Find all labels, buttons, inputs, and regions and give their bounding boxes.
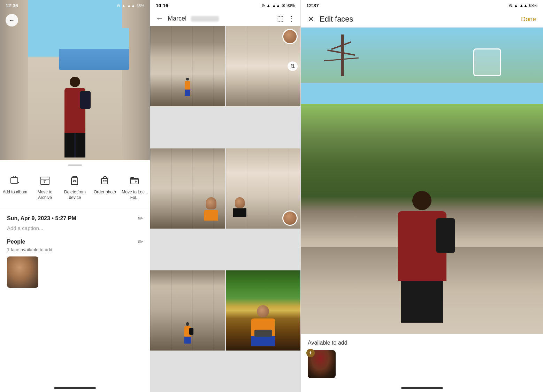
edit-people-icon[interactable]: ✏ <box>138 238 143 246</box>
order-photo-icon <box>99 174 111 187</box>
people-subtitle: 1 face available to add <box>7 247 143 252</box>
battery-icon-2: 93% <box>286 3 295 8</box>
delete-from-device-icon <box>69 174 81 187</box>
person-head <box>70 77 80 87</box>
peeping-body-4 <box>233 208 246 217</box>
main-photo[interactable]: ← <box>0 0 150 160</box>
close-button-3[interactable]: ✕ <box>308 15 314 24</box>
figure-body-1 <box>185 81 190 90</box>
back-button[interactable]: ← <box>6 14 18 26</box>
figure-legs-1 <box>185 90 190 96</box>
move-to-local-label: Move to Loc... Fol... <box>121 190 148 200</box>
stone-column-right <box>122 0 150 160</box>
photo-date: Sun, Apr 9, 2023 • 5:27 PM <box>7 215 76 222</box>
grid-photo-3[interactable] <box>150 148 225 229</box>
wifi-icon-2: ▲ <box>266 3 270 8</box>
signal-icon-2: ▲▲ <box>272 3 280 8</box>
peeping-body-3 <box>204 210 218 221</box>
svg-rect-17 <box>131 178 138 184</box>
face-badge-2 <box>282 29 298 44</box>
svg-point-15 <box>103 180 105 182</box>
face-inner-content <box>7 256 38 288</box>
info-section: Sun, Apr 9, 2023 • 5:27 PM ✏ Add a capti… <box>0 209 150 293</box>
title-blurred-text <box>191 16 219 22</box>
delete-from-device-button[interactable]: Delete from device <box>60 171 90 203</box>
person-silhouette <box>63 77 87 153</box>
seated-body-6 <box>251 318 275 336</box>
people-section: People ✏ 1 face available to add <box>7 238 143 288</box>
grid-photo-4[interactable] <box>226 148 301 229</box>
branch-3 <box>324 57 359 62</box>
grid-photo-6[interactable] <box>226 270 301 351</box>
tree-area <box>311 34 374 97</box>
people-header: People ✏ <box>7 238 143 246</box>
status-bar-3: 12:37 ⊖ ▲ ▲▲ 68% <box>301 0 543 11</box>
status-time-2: 10:16 <box>156 3 168 8</box>
action-row: Add to album Move to Archive <box>0 169 150 209</box>
delete-from-device-label: Delete from device <box>61 190 89 200</box>
status-icons-1: ⊖ ▲ ▲▲ 68% <box>117 3 144 8</box>
signal-icon-1: ▲▲ <box>127 3 135 8</box>
do-not-disturb-icon-3: ⊖ <box>509 3 512 8</box>
status-time-1: 12:36 <box>6 3 18 8</box>
people-title: People <box>7 239 25 245</box>
peeping-person-3 <box>201 197 222 222</box>
p3-body <box>398 211 446 281</box>
panel2-album-grid: 10:16 ⊖ ▲ ▲▲ ✉ 93% ← Marcel ⬚ ⋮ <box>150 0 300 392</box>
p3-backpack <box>436 218 455 253</box>
do-not-disturb-icon-2: ⊖ <box>261 3 265 8</box>
caption-placeholder[interactable]: Add a caption... <box>7 225 143 231</box>
sea-background <box>59 28 129 70</box>
move-to-archive-button[interactable]: Move to Archive <box>30 171 60 203</box>
svg-rect-14 <box>101 178 108 184</box>
move-to-archive-label: Move to Archive <box>31 190 59 200</box>
seated-person-6 <box>249 305 277 340</box>
signal-icon-3: ▲▲ <box>519 3 528 8</box>
person-figure-5 <box>184 322 191 344</box>
home-indicator-1 <box>54 387 96 389</box>
figure-head-1 <box>186 78 189 80</box>
panel3-edit-faces: 12:37 ⊖ ▲ ▲▲ 68% ✕ Edit faces Done <box>300 0 543 392</box>
add-face-item[interactable]: + <box>308 350 536 378</box>
drag-handle[interactable] <box>68 164 82 166</box>
add-to-album-label: Add to album <box>3 190 28 195</box>
cast-icon[interactable]: ⬚ <box>277 14 284 23</box>
svg-rect-0 <box>11 178 18 183</box>
edit-faces-title: Edit faces <box>320 15 515 24</box>
status-bar-1: 12:36 ⊖ ▲ ▲▲ 68% <box>0 0 150 11</box>
seated-legs-6 <box>251 336 275 346</box>
branch-2 <box>327 49 355 56</box>
person-in-photo-3 <box>387 191 457 323</box>
edit-faces-photo[interactable] <box>301 28 543 334</box>
person-figure-1 <box>185 78 190 96</box>
figure-legs-5 <box>184 337 191 344</box>
album-title: Marcel <box>168 15 273 22</box>
face-thumbnail[interactable] <box>7 256 38 288</box>
svg-point-16 <box>105 180 107 182</box>
available-section: Available to add + <box>301 334 543 384</box>
battery-icon-1: 68% <box>137 3 144 8</box>
grid-photo-2[interactable]: ⇅ <box>226 26 301 106</box>
scroll-badge: ⇅ <box>288 62 298 71</box>
order-photo-button[interactable]: Order photo <box>90 171 120 203</box>
back-button-2[interactable]: ← <box>156 14 163 23</box>
wifi-icon-3: ▲ <box>514 3 518 8</box>
move-to-local-icon <box>129 174 141 187</box>
face-selection-box[interactable] <box>473 48 501 76</box>
grid-photo-1[interactable] <box>150 26 225 106</box>
photo-date-row: Sun, Apr 9, 2023 • 5:27 PM ✏ <box>7 215 143 222</box>
add-face-button[interactable]: + <box>306 349 315 357</box>
add-to-album-button[interactable]: Add to album <box>0 171 30 203</box>
p3-legs <box>401 281 443 323</box>
grid-photo-5[interactable] <box>150 270 225 351</box>
edit-faces-main: Available to add + <box>301 28 543 384</box>
peeping-face-3 <box>206 197 216 209</box>
bottom-sheet: Add to album Move to Archive <box>0 160 150 384</box>
done-button[interactable]: Done <box>521 16 536 23</box>
more-options-icon[interactable]: ⋮ <box>288 14 295 23</box>
move-to-local-button[interactable]: Move to Loc... Fol... <box>120 171 150 203</box>
person-body <box>64 88 85 133</box>
edit-date-icon[interactable]: ✏ <box>138 215 143 222</box>
panel1-photo-viewer: 12:36 ⊖ ▲ ▲▲ 68% ← <box>0 0 150 392</box>
person-legs <box>64 133 85 157</box>
